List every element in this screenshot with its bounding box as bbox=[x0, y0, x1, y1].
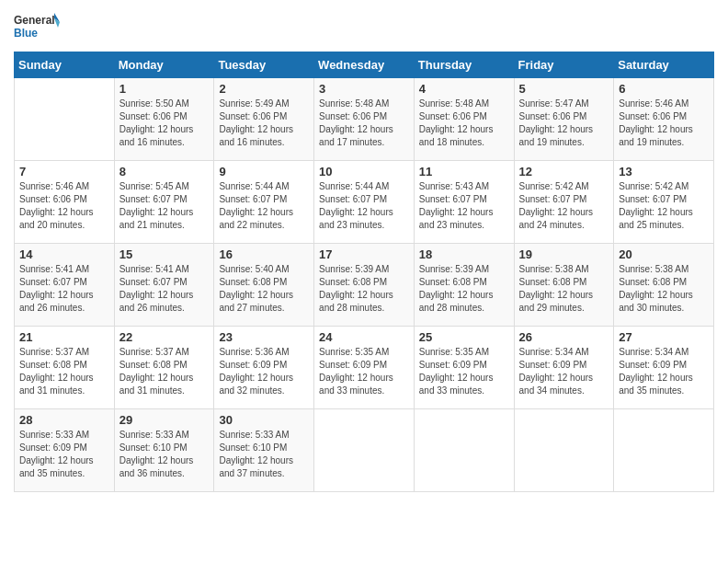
calendar-cell: 6Sunrise: 5:46 AM Sunset: 6:06 PM Daylig… bbox=[614, 78, 714, 161]
cell-info: Sunrise: 5:38 AM Sunset: 6:08 PM Dayligh… bbox=[519, 263, 609, 315]
day-number: 15 bbox=[119, 247, 210, 261]
cell-info: Sunrise: 5:41 AM Sunset: 6:07 PM Dayligh… bbox=[19, 263, 109, 315]
calendar-cell: 2Sunrise: 5:49 AM Sunset: 6:06 PM Daylig… bbox=[214, 78, 314, 161]
day-number: 27 bbox=[619, 330, 709, 344]
cell-info: Sunrise: 5:39 AM Sunset: 6:08 PM Dayligh… bbox=[419, 263, 509, 315]
cell-info: Sunrise: 5:33 AM Sunset: 6:10 PM Dayligh… bbox=[119, 429, 210, 480]
day-number: 21 bbox=[19, 330, 109, 344]
cell-info: Sunrise: 5:50 AM Sunset: 6:06 PM Dayligh… bbox=[119, 98, 210, 149]
day-number: 6 bbox=[619, 82, 709, 96]
day-number: 13 bbox=[619, 165, 709, 178]
day-number: 20 bbox=[619, 247, 709, 261]
calendar-cell: 23Sunrise: 5:36 AM Sunset: 6:09 PM Dayli… bbox=[214, 327, 314, 409]
cell-info: Sunrise: 5:37 AM Sunset: 6:08 PM Dayligh… bbox=[119, 346, 210, 397]
calendar-cell: 29Sunrise: 5:33 AM Sunset: 6:10 PM Dayli… bbox=[114, 409, 214, 492]
calendar-cell: 11Sunrise: 5:43 AM Sunset: 6:07 PM Dayli… bbox=[414, 161, 514, 244]
day-header-friday: Friday bbox=[514, 52, 614, 78]
calendar-cell: 21Sunrise: 5:37 AM Sunset: 6:08 PM Dayli… bbox=[15, 327, 115, 409]
calendar-cell: 10Sunrise: 5:44 AM Sunset: 6:07 PM Dayli… bbox=[314, 161, 415, 244]
day-number: 1 bbox=[119, 82, 210, 96]
calendar-cell bbox=[614, 409, 714, 492]
calendar-table: SundayMondayTuesdayWednesdayThursdayFrid… bbox=[14, 52, 714, 492]
calendar-cell: 14Sunrise: 5:41 AM Sunset: 6:07 PM Dayli… bbox=[15, 244, 115, 327]
calendar-cell: 7Sunrise: 5:46 AM Sunset: 6:06 PM Daylig… bbox=[15, 161, 115, 244]
cell-info: Sunrise: 5:36 AM Sunset: 6:09 PM Dayligh… bbox=[219, 346, 309, 397]
cell-info: Sunrise: 5:46 AM Sunset: 6:06 PM Dayligh… bbox=[19, 180, 109, 232]
cell-info: Sunrise: 5:49 AM Sunset: 6:06 PM Dayligh… bbox=[219, 98, 309, 149]
cell-info: Sunrise: 5:48 AM Sunset: 6:06 PM Dayligh… bbox=[419, 98, 509, 149]
day-number: 10 bbox=[319, 165, 409, 178]
day-number: 8 bbox=[119, 165, 210, 178]
cell-info: Sunrise: 5:34 AM Sunset: 6:09 PM Dayligh… bbox=[619, 346, 709, 397]
day-number: 16 bbox=[219, 247, 309, 261]
svg-text:General: General bbox=[14, 14, 55, 27]
day-number: 7 bbox=[19, 165, 109, 178]
day-number: 23 bbox=[219, 330, 309, 344]
cell-info: Sunrise: 5:44 AM Sunset: 6:07 PM Dayligh… bbox=[219, 180, 309, 232]
cell-info: Sunrise: 5:42 AM Sunset: 6:07 PM Dayligh… bbox=[619, 180, 709, 232]
day-header-tuesday: Tuesday bbox=[214, 52, 314, 78]
cell-info: Sunrise: 5:45 AM Sunset: 6:07 PM Dayligh… bbox=[119, 180, 210, 232]
calendar-header-row: SundayMondayTuesdayWednesdayThursdayFrid… bbox=[15, 52, 714, 78]
day-header-monday: Monday bbox=[114, 52, 214, 78]
day-number: 19 bbox=[519, 247, 609, 261]
calendar-cell: 16Sunrise: 5:40 AM Sunset: 6:08 PM Dayli… bbox=[214, 244, 314, 327]
cell-info: Sunrise: 5:40 AM Sunset: 6:08 PM Dayligh… bbox=[219, 263, 309, 315]
day-header-thursday: Thursday bbox=[414, 52, 514, 78]
cell-info: Sunrise: 5:41 AM Sunset: 6:07 PM Dayligh… bbox=[119, 263, 210, 315]
calendar-cell: 28Sunrise: 5:33 AM Sunset: 6:09 PM Dayli… bbox=[15, 409, 115, 492]
calendar-cell: 22Sunrise: 5:37 AM Sunset: 6:08 PM Dayli… bbox=[114, 327, 214, 409]
cell-info: Sunrise: 5:47 AM Sunset: 6:06 PM Dayligh… bbox=[519, 98, 609, 149]
calendar-cell: 3Sunrise: 5:48 AM Sunset: 6:06 PM Daylig… bbox=[314, 78, 415, 161]
calendar-cell: 20Sunrise: 5:38 AM Sunset: 6:08 PM Dayli… bbox=[614, 244, 714, 327]
calendar-cell: 13Sunrise: 5:42 AM Sunset: 6:07 PM Dayli… bbox=[614, 161, 714, 244]
day-header-saturday: Saturday bbox=[614, 52, 714, 78]
calendar-week-row: 14Sunrise: 5:41 AM Sunset: 6:07 PM Dayli… bbox=[15, 244, 714, 327]
calendar-cell: 5Sunrise: 5:47 AM Sunset: 6:06 PM Daylig… bbox=[514, 78, 614, 161]
cell-info: Sunrise: 5:48 AM Sunset: 6:06 PM Dayligh… bbox=[319, 98, 409, 149]
cell-info: Sunrise: 5:42 AM Sunset: 6:07 PM Dayligh… bbox=[519, 180, 609, 232]
day-header-sunday: Sunday bbox=[15, 52, 115, 78]
calendar-cell: 19Sunrise: 5:38 AM Sunset: 6:08 PM Dayli… bbox=[514, 244, 614, 327]
calendar-cell: 1Sunrise: 5:50 AM Sunset: 6:06 PM Daylig… bbox=[114, 78, 214, 161]
calendar-cell: 15Sunrise: 5:41 AM Sunset: 6:07 PM Dayli… bbox=[114, 244, 214, 327]
day-number: 9 bbox=[219, 165, 309, 178]
calendar-week-row: 1Sunrise: 5:50 AM Sunset: 6:06 PM Daylig… bbox=[15, 78, 714, 161]
calendar-cell: 30Sunrise: 5:33 AM Sunset: 6:10 PM Dayli… bbox=[214, 409, 314, 492]
cell-info: Sunrise: 5:34 AM Sunset: 6:09 PM Dayligh… bbox=[519, 346, 609, 397]
calendar-cell: 24Sunrise: 5:35 AM Sunset: 6:09 PM Dayli… bbox=[314, 327, 415, 409]
cell-info: Sunrise: 5:35 AM Sunset: 6:09 PM Dayligh… bbox=[319, 346, 409, 397]
day-number: 22 bbox=[119, 330, 210, 344]
day-number: 17 bbox=[319, 247, 409, 261]
cell-info: Sunrise: 5:44 AM Sunset: 6:07 PM Dayligh… bbox=[319, 180, 409, 232]
day-number: 3 bbox=[319, 82, 409, 96]
day-number: 14 bbox=[19, 247, 109, 261]
calendar-cell: 17Sunrise: 5:39 AM Sunset: 6:08 PM Dayli… bbox=[314, 244, 415, 327]
cell-info: Sunrise: 5:33 AM Sunset: 6:09 PM Dayligh… bbox=[19, 429, 109, 480]
day-number: 29 bbox=[119, 413, 210, 427]
calendar-cell: 4Sunrise: 5:48 AM Sunset: 6:06 PM Daylig… bbox=[414, 78, 514, 161]
calendar-cell: 25Sunrise: 5:35 AM Sunset: 6:09 PM Dayli… bbox=[414, 327, 514, 409]
cell-info: Sunrise: 5:33 AM Sunset: 6:10 PM Dayligh… bbox=[219, 429, 309, 480]
day-number: 4 bbox=[419, 82, 509, 96]
day-number: 25 bbox=[419, 330, 509, 344]
svg-text:Blue: Blue bbox=[14, 27, 38, 40]
day-number: 26 bbox=[519, 330, 609, 344]
cell-info: Sunrise: 5:37 AM Sunset: 6:08 PM Dayligh… bbox=[19, 346, 109, 397]
calendar-week-row: 28Sunrise: 5:33 AM Sunset: 6:09 PM Dayli… bbox=[15, 409, 714, 492]
calendar-cell bbox=[15, 78, 115, 161]
day-header-wednesday: Wednesday bbox=[314, 52, 415, 78]
logo-svg: General Blue bbox=[14, 9, 60, 44]
day-number: 28 bbox=[19, 413, 109, 427]
cell-info: Sunrise: 5:35 AM Sunset: 6:09 PM Dayligh… bbox=[419, 346, 509, 397]
day-number: 11 bbox=[419, 165, 509, 178]
calendar-cell bbox=[514, 409, 614, 492]
calendar-week-row: 21Sunrise: 5:37 AM Sunset: 6:08 PM Dayli… bbox=[15, 327, 714, 409]
logo: General Blue bbox=[14, 9, 60, 44]
calendar-cell: 26Sunrise: 5:34 AM Sunset: 6:09 PM Dayli… bbox=[514, 327, 614, 409]
day-number: 5 bbox=[519, 82, 609, 96]
day-number: 2 bbox=[219, 82, 309, 96]
calendar-cell: 12Sunrise: 5:42 AM Sunset: 6:07 PM Dayli… bbox=[514, 161, 614, 244]
cell-info: Sunrise: 5:43 AM Sunset: 6:07 PM Dayligh… bbox=[419, 180, 509, 232]
cell-info: Sunrise: 5:39 AM Sunset: 6:08 PM Dayligh… bbox=[319, 263, 409, 315]
